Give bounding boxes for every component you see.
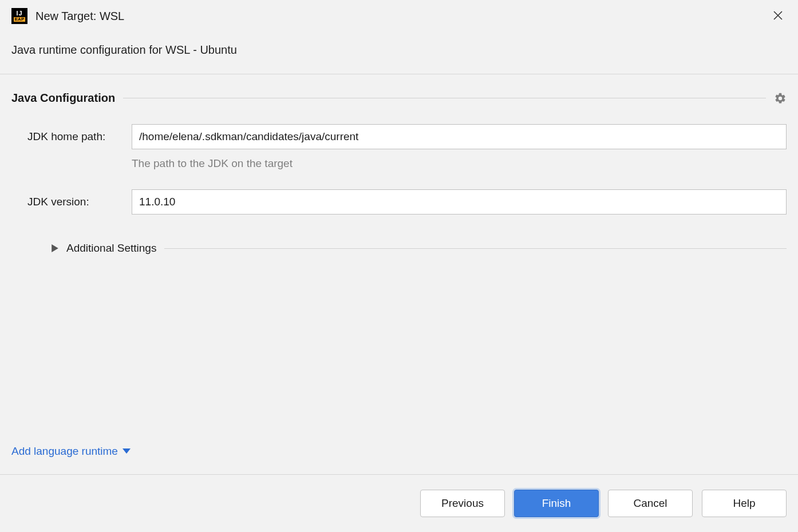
title-bar: IJEAP New Target: WSL — [0, 0, 798, 33]
svg-marker-0 — [52, 244, 58, 252]
add-language-runtime-link[interactable]: Add language runtime — [11, 445, 131, 458]
app-icon: IJEAP — [11, 8, 27, 24]
previous-button[interactable]: Previous — [420, 490, 505, 517]
chevron-right-icon — [52, 244, 58, 252]
additional-settings-divider-line — [164, 248, 787, 249]
add-language-runtime-label: Add language runtime — [11, 445, 118, 458]
jdk-version-row: JDK version: — [27, 189, 787, 215]
section-title: Java Configuration — [11, 92, 115, 105]
jdk-home-path-label: JDK home path: — [27, 130, 132, 143]
jdk-version-label: JDK version: — [27, 196, 132, 208]
close-icon[interactable] — [769, 9, 787, 23]
window-title: New Target: WSL — [35, 10, 769, 23]
section-divider-line — [123, 98, 766, 98]
jdk-version-input[interactable] — [132, 189, 787, 215]
help-button[interactable]: Help — [702, 490, 787, 517]
chevron-down-icon — [123, 448, 131, 454]
finish-button[interactable]: Finish — [514, 490, 599, 517]
svg-marker-1 — [123, 448, 131, 454]
jdk-home-path-row: JDK home path: — [27, 124, 787, 149]
additional-settings-label: Additional Settings — [66, 242, 156, 255]
section-header: Java Configuration — [11, 92, 787, 105]
dialog-footer: Previous Finish Cancel Help — [0, 475, 798, 532]
gear-icon[interactable] — [774, 92, 787, 105]
jdk-home-path-hint: The path to the JDK on the target — [132, 157, 787, 170]
additional-settings-toggle[interactable]: Additional Settings — [27, 242, 787, 255]
jdk-home-path-input[interactable] — [132, 124, 787, 149]
cancel-button[interactable]: Cancel — [608, 490, 693, 517]
dialog-subtitle: Java runtime configuration for WSL - Ubu… — [0, 33, 798, 74]
